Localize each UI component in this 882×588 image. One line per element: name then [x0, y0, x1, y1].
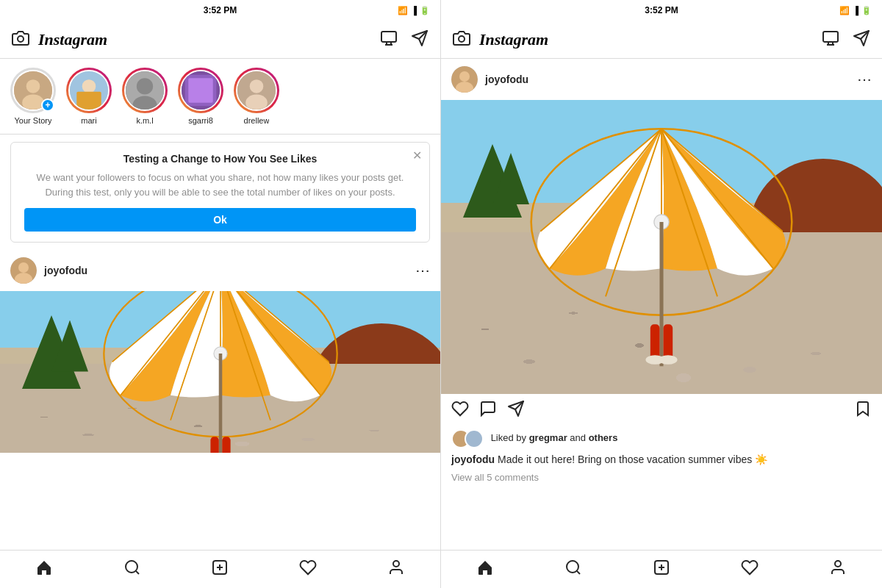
svg-rect-69 — [664, 325, 673, 360]
likes-others[interactable]: others — [589, 432, 618, 443]
status-time-right: 3:52 PM — [645, 5, 678, 15]
svg-point-24 — [18, 262, 29, 273]
wifi-icon: 📶 — [398, 6, 408, 15]
banner-title: Testing a Change to How You See Likes — [24, 153, 416, 165]
nav-search-left[interactable] — [123, 559, 141, 581]
post-left: joyofodu ⋯ — [0, 250, 440, 453]
post-username-left[interactable]: joyofodu — [44, 265, 87, 276]
instagram-logo-left[interactable]: Instagram — [38, 30, 107, 49]
header-icons-left — [380, 29, 429, 50]
post-actions-right — [441, 394, 882, 428]
signal-icon: ▐ — [411, 6, 417, 15]
header-right: Instagram — [441, 21, 882, 59]
bottom-nav-right — [441, 550, 882, 588]
post-user-left[interactable]: joyofodu — [10, 257, 87, 284]
svg-rect-48 — [823, 32, 838, 42]
story-label-kml: k.m.l — [136, 116, 153, 125]
nav-profile-right[interactable] — [829, 559, 847, 581]
story-label-mari: mari — [81, 116, 96, 125]
post-image-right — [441, 100, 882, 394]
svg-rect-1 — [381, 32, 396, 42]
nav-home-left[interactable] — [35, 559, 53, 581]
nav-heart-right[interactable] — [741, 559, 759, 581]
send-icon-right[interactable] — [853, 29, 870, 50]
svg-line-42 — [135, 570, 138, 573]
add-story-badge[interactable]: + — [41, 98, 54, 112]
caption-username-right[interactable]: joyofodu — [451, 453, 495, 465]
post-caption-right: joyofodu Made it out here! Bring on thos… — [441, 451, 882, 470]
story-label-sgarri8: sgarri8 — [188, 116, 213, 125]
svg-point-47 — [459, 36, 465, 42]
view-comments-link-right[interactable]: View all 5 comments — [441, 470, 882, 489]
status-icons-right: 📶 ▐ 🔋 — [839, 6, 872, 15]
svg-point-71 — [659, 355, 677, 365]
svg-rect-37 — [210, 437, 218, 453]
post-right: joyofodu ⋯ — [441, 59, 882, 550]
likes-user1[interactable]: gregmar — [529, 432, 567, 443]
battery-icon-right: 🔋 — [861, 6, 872, 15]
svg-rect-13 — [76, 92, 101, 110]
nav-heart-left[interactable] — [299, 559, 317, 581]
header-icons-right — [822, 29, 870, 50]
nav-home-right[interactable] — [476, 559, 494, 581]
story-label-your-story: Your Story — [15, 116, 52, 125]
svg-point-79 — [835, 561, 841, 567]
post-more-left[interactable]: ⋯ — [415, 263, 430, 278]
svg-point-0 — [18, 36, 24, 42]
post-username-right[interactable]: joyofodu — [485, 74, 528, 85]
svg-line-75 — [577, 570, 580, 573]
svg-point-55 — [459, 71, 470, 82]
svg-point-46 — [393, 561, 399, 567]
instagram-logo-right[interactable]: Instagram — [479, 30, 548, 49]
camera-icon-right[interactable] — [453, 29, 470, 50]
status-icons-left: 📶 ▐ 🔋 — [398, 6, 430, 15]
bottom-nav-left — [0, 550, 440, 588]
signal-icon-right: ▐ — [853, 6, 858, 15]
nav-add-right[interactable] — [653, 559, 670, 581]
notification-banner: ✕ Testing a Change to How You See Likes … — [10, 142, 430, 243]
send-icon-left[interactable] — [411, 29, 429, 50]
post-avatar-right — [451, 66, 478, 93]
nav-search-right[interactable] — [564, 559, 582, 581]
battery-icon: 🔋 — [420, 6, 430, 15]
story-item-sgarri8[interactable]: sgarri8 — [178, 68, 223, 125]
svg-point-21 — [250, 79, 264, 93]
status-time-left: 3:52 PM — [204, 5, 237, 15]
like-icon-right[interactable] — [451, 400, 469, 422]
camera-icon-left[interactable] — [12, 29, 29, 50]
post-image-umbrella-right — [522, 110, 801, 383]
post-image-umbrella-left — [96, 291, 345, 453]
wifi-icon-right: 📶 — [839, 6, 850, 15]
comment-icon-right[interactable] — [479, 400, 497, 422]
stories-row-left: + Your Story mari — [0, 59, 440, 135]
svg-point-74 — [567, 561, 578, 573]
banner-ok-button[interactable]: Ok — [24, 208, 416, 232]
status-bar-right: 3:52 PM 📶 ▐ 🔋 — [441, 0, 882, 21]
story-item-drellew[interactable]: drellew — [234, 68, 279, 125]
banner-close-button[interactable]: ✕ — [412, 148, 422, 162]
likes-text-liked-by: Liked by — [491, 432, 529, 443]
nav-add-left[interactable] — [211, 559, 229, 581]
story-item-kml[interactable]: k.m.l — [122, 68, 168, 125]
share-icon-right[interactable] — [507, 400, 525, 422]
post-likes-right: Liked by gregmar and others — [441, 428, 882, 451]
bookmark-icon-right[interactable] — [854, 400, 872, 422]
story-label-drellew: drellew — [244, 116, 270, 125]
story-item-your-story[interactable]: + Your Story — [10, 68, 56, 125]
post-user-right[interactable]: joyofodu — [451, 66, 528, 93]
svg-rect-19 — [188, 78, 212, 102]
post-image-left — [0, 291, 440, 453]
banner-body: We want your followers to focus on what … — [24, 171, 416, 199]
svg-point-11 — [82, 79, 96, 93]
igtv-icon-left[interactable] — [380, 29, 398, 50]
like-avatar-2 — [465, 429, 484, 448]
nav-profile-left[interactable] — [387, 559, 405, 581]
post-header-right: joyofodu ⋯ — [441, 59, 882, 100]
igtv-icon-right[interactable] — [822, 29, 839, 50]
post-avatar-left — [10, 257, 37, 284]
post-more-right[interactable]: ⋯ — [857, 72, 872, 87]
story-item-mari[interactable]: mari — [66, 68, 112, 125]
post-header-left: joyofodu ⋯ — [0, 250, 440, 291]
svg-point-8 — [26, 79, 40, 93]
svg-rect-68 — [650, 325, 660, 360]
